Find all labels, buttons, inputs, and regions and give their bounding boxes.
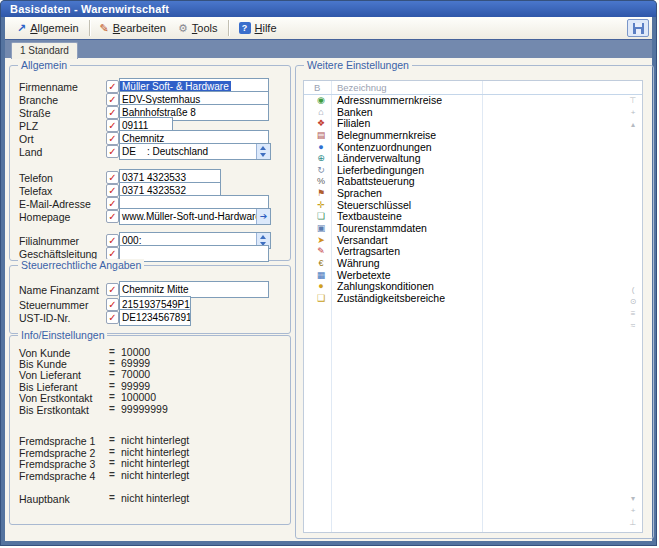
land-label: Land <box>19 146 42 158</box>
red-check-glyph: ✓ <box>108 301 116 309</box>
plz-check-icon[interactable]: ✓ <box>106 119 119 132</box>
scroll-up-icon[interactable]: ▴ <box>627 121 639 129</box>
steuernummer-label: Steuernummer <box>19 299 88 311</box>
ustid-check-icon[interactable]: ✓ <box>106 311 119 324</box>
open-homepage-button[interactable]: ➔ <box>256 209 270 224</box>
firmenname-label: Firmenname <box>19 81 78 93</box>
ustid-input[interactable]: DE123456789123 <box>119 309 191 326</box>
equals-sign: = <box>109 434 115 445</box>
group-steuer: Steuerrechtliche Angaben Name Finanzamt … <box>9 265 291 334</box>
table-header[interactable]: B Bezeichnug <box>304 81 642 95</box>
red-check-glyph: ✓ <box>108 213 116 221</box>
homepage-check-icon[interactable]: ✓ <box>106 210 119 223</box>
payment-terms-icon: ● <box>315 281 327 291</box>
equals-sign: = <box>109 446 115 457</box>
red-check-glyph: ✓ <box>108 250 116 258</box>
tour-master-data-icon: ▣ <box>315 223 327 233</box>
scroll-down-icon[interactable]: ▾ <box>627 495 639 503</box>
menu-tools[interactable]: ⚙ Tools <box>172 20 224 36</box>
finanzamt-label: Name Finanzamt <box>19 284 99 296</box>
equals-sign: = <box>109 469 115 480</box>
shipping-method-icon: ➤ <box>315 235 327 245</box>
window-title: Basisdaten - Warenwirtschaft <box>1 3 169 15</box>
account-assignments-icon: ● <box>315 142 327 152</box>
currency-icon: € <box>315 258 327 268</box>
menu-hilfe-label: Hilfe <box>255 22 277 34</box>
scroll-last-icon[interactable]: ⊥ <box>627 519 639 527</box>
plz-label: PLZ <box>19 120 38 132</box>
finanzamt-check-icon[interactable]: ✓ <box>106 283 119 296</box>
fremdsprache4-label: Fremdsprache 4 <box>19 470 95 482</box>
menu-bearbeiten[interactable]: ✎ Bearbeiten <box>94 20 172 36</box>
email-label: E-Mail-Adresse <box>19 198 91 210</box>
text-blocks-icon: ❏ <box>315 211 327 221</box>
red-check-glyph: ✓ <box>108 286 116 294</box>
equals-sign: = <box>109 357 115 368</box>
row-zustaendigkeitsbereiche[interactable]: ❑Zuständigkeitsbereiche <box>304 293 642 305</box>
strasse-check-icon[interactable]: ✓ <box>106 106 119 119</box>
save-button[interactable] <box>627 19 649 37</box>
go-arrow-icon: ➔ <box>260 212 268 221</box>
bracket-icon[interactable]: ( <box>627 286 639 294</box>
land-combobox[interactable]: DE : Deutschland <box>119 143 271 160</box>
menu-allgemein-label: Allgemein <box>30 22 78 34</box>
red-check-glyph: ✓ <box>108 200 116 208</box>
bis-erstkontakt-label: Bis Erstkontakt <box>19 404 89 416</box>
list-icon[interactable]: ≡ <box>627 310 639 318</box>
column-header-icon[interactable]: B <box>314 82 320 93</box>
homepage-label: Homepage <box>19 211 70 223</box>
homepage-input[interactable]: www.Müller-Soft-und-Hardware.de ➔ <box>119 208 271 225</box>
group-info-title: Info/Einstellungen <box>18 329 107 341</box>
tax-key-icon: ✛ <box>315 200 327 210</box>
red-check-glyph: ✓ <box>108 187 116 195</box>
settings-table[interactable]: B Bezeichnug ◉Adressnummernkreise ⌂Banke… <box>303 80 643 533</box>
ort-check-icon[interactable]: ✓ <box>106 132 119 145</box>
tab-strip: 1 Standard <box>5 39 652 58</box>
menu-allgemein[interactable]: ↗ Allgemein <box>11 20 85 36</box>
red-check-glyph: ✓ <box>108 148 116 156</box>
row-belegnummernkreise[interactable]: ▤Belegnummernkreise <box>304 130 642 142</box>
row-adressnummernkreise[interactable]: ◉Adressnummernkreise <box>304 95 642 107</box>
fremdsprache4-value: nicht hinterlegt <box>121 469 189 481</box>
red-check-glyph: ✓ <box>108 314 116 322</box>
address-number-ranges-icon: ◉ <box>315 95 327 105</box>
equals-sign: = <box>109 368 115 379</box>
toolbar: ↗ Allgemein ✎ Bearbeiten ⚙ Tools ? Hilfe <box>5 17 652 40</box>
land-check-icon[interactable]: ✓ <box>106 145 119 158</box>
branche-check-icon[interactable]: ✓ <box>106 93 119 106</box>
equals-sign: = <box>109 457 115 468</box>
land-dropdown-button[interactable] <box>256 144 270 159</box>
branch-offices-icon: ❖ <box>315 118 327 128</box>
email-check-icon[interactable]: ✓ <box>106 197 119 210</box>
responsibility-areas-icon: ❑ <box>315 293 327 303</box>
save-floppy-icon <box>633 23 644 34</box>
column-header-bezeichnung[interactable]: Bezeichnug <box>337 82 387 93</box>
row-tourenstammdaten[interactable]: ▣Tourenstammdaten <box>304 223 642 235</box>
discount-control-icon: % <box>315 176 327 186</box>
strasse-label: Straße <box>19 107 51 119</box>
add-row-icon[interactable]: + <box>627 109 639 117</box>
overview-arrow-icon: ↗ <box>17 23 26 34</box>
add-icon[interactable]: + <box>627 507 639 515</box>
filter-icon[interactable]: ≈ <box>627 322 639 330</box>
equals-sign: = <box>109 346 115 357</box>
menu-tools-label: Tools <box>192 22 218 34</box>
group-steuer-title: Steuerrechtliche Angaben <box>18 259 144 271</box>
gear-icon: ⚙ <box>178 23 188 34</box>
telefon-check-icon[interactable]: ✓ <box>106 171 119 184</box>
steuernummer-check-icon[interactable]: ✓ <box>106 298 119 311</box>
menu-bearbeiten-label: Bearbeiten <box>113 22 166 34</box>
tab-standard[interactable]: 1 Standard <box>11 42 78 59</box>
telefax-check-icon[interactable]: ✓ <box>106 184 119 197</box>
red-check-glyph: ✓ <box>108 109 116 117</box>
menu-hilfe[interactable]: ? Hilfe <box>233 20 283 36</box>
von-lieferant-value: 70000 <box>121 368 150 380</box>
search-icon[interactable]: ⊙ <box>627 298 639 306</box>
filialnummer-check-icon[interactable]: ✓ <box>106 234 119 247</box>
help-icon: ? <box>239 22 251 34</box>
title-bar[interactable]: Basisdaten - Warenwirtschaft <box>1 1 656 17</box>
row-waehrung[interactable]: €Währung <box>304 258 642 270</box>
scroll-first-icon[interactable]: ⊤ <box>627 97 639 105</box>
firmenname-check-icon[interactable]: ✓ <box>106 80 119 93</box>
red-check-glyph: ✓ <box>108 122 116 130</box>
